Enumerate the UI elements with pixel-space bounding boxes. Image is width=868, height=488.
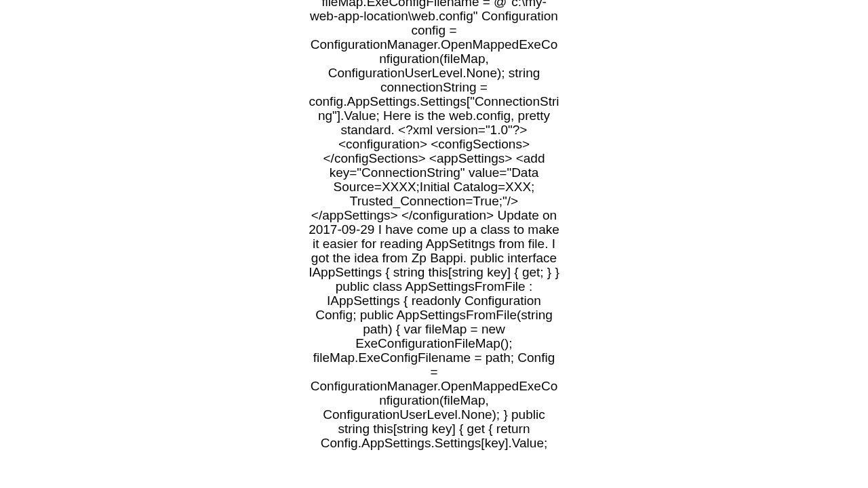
document-container: fileMap.ExeConfigFilename = @"c:\my-web-… xyxy=(0,0,868,488)
document-text: fileMap.ExeConfigFilename = @"c:\my-web-… xyxy=(309,0,559,450)
